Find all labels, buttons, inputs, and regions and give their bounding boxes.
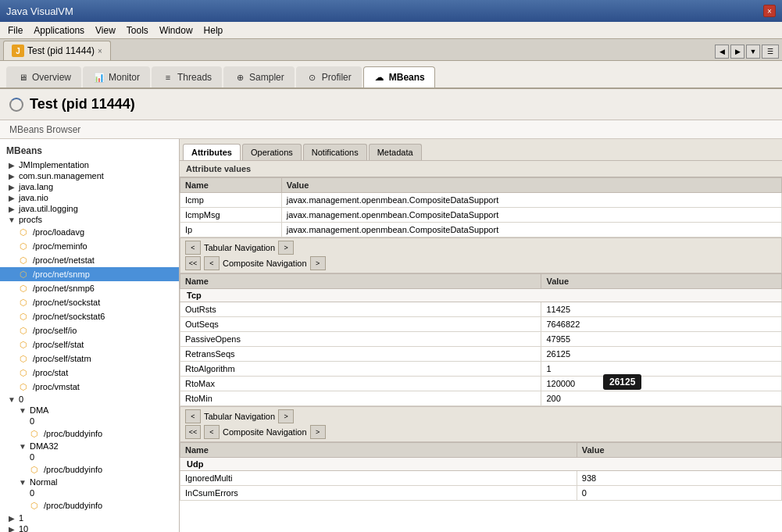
tree-item-dma0[interactable]: 0 (0, 416, 179, 427)
tree-toggle[interactable]: ▶ (6, 161, 17, 170)
tree-item-comsun[interactable]: ▶ com.sun.management (0, 170, 179, 181)
tab-sampler[interactable]: ⊕ Sampler (223, 66, 295, 87)
tab-close-button[interactable]: × (98, 47, 102, 55)
composite2-next-btn[interactable]: > (310, 425, 326, 439)
table-row[interactable]: RtoMax120000 (180, 377, 782, 391)
tree-item-jmimplementation[interactable]: ▶ JMImplementation (0, 159, 179, 170)
tree-toggle[interactable]: ▶ (6, 205, 17, 213)
tree-item-dma32-0[interactable]: 0 (0, 452, 179, 462)
menu-tools[interactable]: Tools (122, 23, 153, 37)
tabular-next-btn[interactable]: > (278, 241, 294, 255)
tree-item-10[interactable]: ▶ 10 (0, 523, 179, 532)
tab-mbeans[interactable]: ☁ MBeans (363, 66, 435, 87)
col-name: Name (180, 178, 282, 193)
tree-item-selfstat[interactable]: ⬡ /proc/self/stat (0, 337, 179, 352)
tree-item-procstat[interactable]: ⬡ /proc/stat (0, 366, 179, 380)
table-row[interactable]: RtoAlgorithm1 (180, 362, 782, 377)
tree-item-group0[interactable]: ▼ 0 (0, 394, 179, 405)
tabular2-prev-btn[interactable]: < (185, 409, 201, 423)
table-row[interactable]: OutRsts11425 (180, 302, 782, 317)
tree-item-normal-0[interactable]: 0 (0, 487, 179, 498)
tab-notifications[interactable]: Notifications (303, 144, 367, 160)
tree-item-normal-buddyinfo[interactable]: ⬡ /proc/buddyinfo (0, 498, 179, 512)
tree-item-netstat[interactable]: ⬡ /proc/net/netstat (0, 253, 179, 267)
tree-item-selfstatm[interactable]: ⬡ /proc/self/statm (0, 352, 179, 366)
tree-item-1[interactable]: ▶ 1 (0, 512, 179, 523)
tree-toggle[interactable]: ▶ (6, 525, 17, 533)
table-row[interactable]: OutSeqs7646822 (180, 317, 782, 332)
composite2-prev-btn[interactable]: < (204, 425, 220, 439)
tree-item-dma32-buddyinfo[interactable]: ⬡ /proc/buddyinfo (0, 462, 179, 477)
table-row[interactable]: Icmp javax.management.openmbean.Composit… (180, 193, 782, 208)
tab-metadata[interactable]: Metadata (369, 144, 422, 160)
tree-toggle[interactable]: ▶ (6, 514, 17, 523)
nav-menu-button[interactable]: ☰ (762, 45, 779, 59)
nav-down-button[interactable]: ▼ (746, 45, 760, 59)
menu-help[interactable]: Help (199, 23, 228, 37)
composite-prev-all-btn[interactable]: << (185, 256, 201, 270)
tabular-nav-2: < Tabular Navigation > (185, 409, 777, 423)
composite-prev-btn[interactable]: < (204, 256, 220, 270)
tree-toggle-procfs[interactable]: ▼ (6, 216, 17, 224)
monitor-icon: 📊 (93, 71, 105, 84)
tree-item-javanio[interactable]: ▶ java.nio (0, 192, 179, 203)
tree-toggle[interactable]: ▼ (17, 442, 28, 451)
tree-item-javautillogging[interactable]: ▶ java.util.logging (0, 203, 179, 214)
tree-item-snmp6[interactable]: ⬡ /proc/net/snmp6 (0, 281, 179, 295)
menu-applications[interactable]: Applications (29, 23, 89, 37)
table-row[interactable]: IcmpMsg javax.management.openmbean.Compo… (180, 208, 782, 223)
tab-monitor[interactable]: 📊 Monitor (83, 66, 150, 87)
menu-view[interactable]: View (91, 23, 120, 37)
tree-item-snmp[interactable]: ⬡ /proc/net/snmp (0, 267, 179, 281)
tree-item-selfio[interactable]: ⬡ /proc/self/io (0, 323, 179, 337)
file-icon: ⬡ (17, 240, 30, 252)
tree-item-dma-buddyinfo[interactable]: ⬡ /proc/buddyinfo (0, 427, 179, 441)
tree-item-normal[interactable]: ▼ Normal (0, 477, 179, 487)
tree-toggle[interactable]: ▶ (6, 194, 17, 202)
tree-toggle[interactable]: ▶ (6, 183, 17, 191)
attrs-header: Attribute values (180, 161, 782, 177)
tree-item-procfs[interactable]: ▼ procfs (0, 214, 179, 225)
tcp-col-value: Value (541, 274, 782, 289)
tab-profiler[interactable]: ⊙ Profiler (296, 66, 362, 87)
tree-toggle[interactable]: ▼ (17, 406, 28, 415)
tree-item-dma32[interactable]: ▼ DMA32 (0, 441, 179, 452)
tab-attributes[interactable]: Attributes (183, 144, 241, 160)
tabular2-next-btn[interactable]: > (278, 409, 294, 423)
section-label: Tcp (180, 289, 782, 302)
table-row[interactable]: InCsumErrors0 (180, 486, 782, 501)
nav-prev-button[interactable]: ◀ (715, 45, 729, 59)
menu-window[interactable]: Window (155, 23, 198, 37)
tabular-prev-btn[interactable]: < (185, 241, 201, 255)
attr-name: Ip (180, 223, 282, 237)
composite-next-btn[interactable]: > (310, 256, 326, 270)
menu-file[interactable]: File (3, 23, 27, 37)
udp-attr-value: 0 (577, 486, 781, 501)
tree-item-loadavg[interactable]: ⬡ /proc/loadavg (0, 225, 179, 239)
table-row[interactable]: RetransSeqs26125 (180, 347, 782, 362)
table-row[interactable]: PassiveOpens47955 (180, 332, 782, 347)
tree-item-sockstat6[interactable]: ⬡ /proc/net/sockstat6 (0, 309, 179, 323)
tree-toggle[interactable]: ▶ (6, 172, 17, 180)
nav-next-button[interactable]: ▶ (730, 45, 745, 59)
tree-item-dma[interactable]: ▼ DMA (0, 405, 179, 416)
tree-toggle[interactable]: ▼ (17, 478, 28, 487)
tab-threads[interactable]: ≡ Threads (152, 66, 222, 87)
app-tab-test[interactable]: J Test (pid 11444) × (3, 41, 111, 60)
table-row[interactable]: Ip javax.management.openmbean.CompositeD… (180, 223, 782, 237)
composite2-prev-all-btn[interactable]: << (185, 425, 201, 439)
tree-toggle[interactable]: ▼ (6, 395, 17, 404)
composite2-nav-label: Composite Navigation (223, 427, 307, 437)
tab-overview[interactable]: 🖥 Overview (6, 66, 81, 87)
tree-item-sockstat[interactable]: ⬡ /proc/net/sockstat (0, 295, 179, 309)
tree-item-meminfo[interactable]: ⬡ /proc/meminfo (0, 239, 179, 253)
attr-value: javax.management.openmbean.CompositeData… (281, 193, 781, 208)
tree-panel: MBeans ▶ JMImplementation ▶ com.sun.mana… (0, 139, 180, 532)
tree-item-vmstat[interactable]: ⬡ /proc/vmstat (0, 380, 179, 394)
table-row[interactable]: IgnoredMulti938 (180, 471, 782, 486)
tab-operations[interactable]: Operations (242, 144, 302, 160)
tree-item-javalang[interactable]: ▶ java.lang (0, 181, 179, 192)
close-button[interactable]: × (763, 5, 776, 17)
file-icon: ⬡ (17, 380, 30, 393)
table-row[interactable]: RtoMin200 (180, 391, 782, 406)
